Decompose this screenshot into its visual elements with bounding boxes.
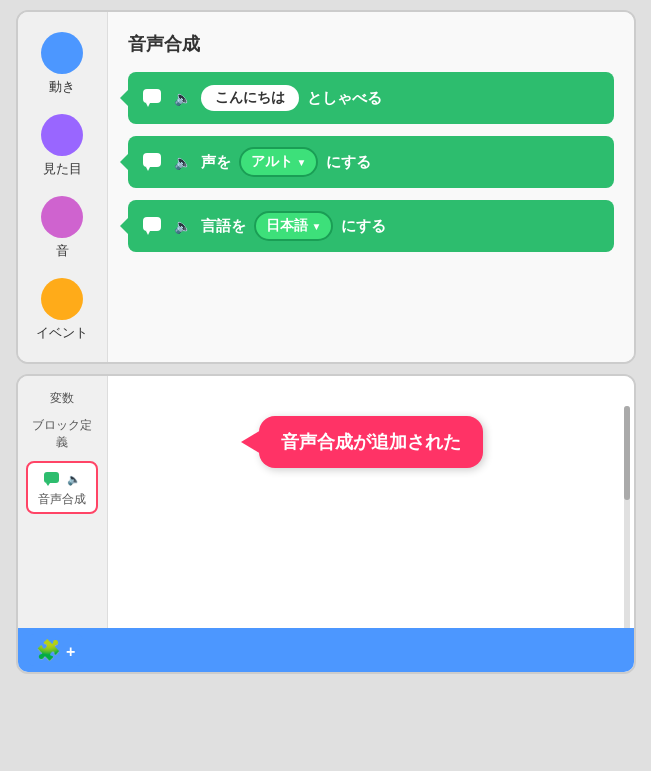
block-icon-voice xyxy=(142,152,164,172)
block-text-say: こんにちは としゃべる xyxy=(201,85,382,111)
svg-rect-0 xyxy=(143,89,161,103)
svg-rect-6 xyxy=(44,472,59,483)
block-pill-say[interactable]: こんにちは xyxy=(201,85,299,111)
block-say[interactable]: 🔈 こんにちは としゃべる xyxy=(128,72,614,124)
sidebar-item-events[interactable]: イベント xyxy=(36,278,88,342)
top-main-area: 音声合成 🔈 こんにちは としゃべる xyxy=(108,12,634,362)
sidebar-item-looks[interactable]: 見た目 xyxy=(41,114,83,178)
block-label-voice-pre: 声を xyxy=(201,153,231,172)
block-icon-language xyxy=(142,216,164,236)
sidebar-label-motion: 動き xyxy=(49,78,75,96)
speaker-icon-1: 🔈 xyxy=(174,90,191,106)
block-text-language: 言語を 日本語 ▼ にする xyxy=(201,211,387,241)
motion-circle xyxy=(41,32,83,74)
bottom-footer: 🧩 + xyxy=(18,628,634,672)
add-icon: 🧩 xyxy=(36,639,61,661)
block-label-say: としゃべる xyxy=(307,89,382,108)
block-label-voice-post: にする xyxy=(326,153,371,172)
callout-text: 音声合成が追加された xyxy=(281,432,461,452)
tts-block-icon xyxy=(43,471,63,487)
block-voice[interactable]: 🔈 声を アルト ▼ にする xyxy=(128,136,614,188)
top-sidebar: 動き 見た目 音 イベント xyxy=(18,12,108,362)
blocks-container: 🔈 こんにちは としゃべる 🔈 声を アルト xyxy=(128,72,614,252)
bottom-sidebar-label-blocks[interactable]: ブロック定 義 xyxy=(32,417,92,451)
sidebar-item-sound[interactable]: 音 xyxy=(41,196,83,260)
svg-rect-4 xyxy=(143,217,161,231)
svg-marker-3 xyxy=(146,167,150,171)
add-extension-button[interactable]: 🧩 + xyxy=(28,634,84,666)
speaker-mini-icon: 🔈 xyxy=(67,473,81,486)
block-text-voice: 声を アルト ▼ にする xyxy=(201,147,372,177)
sidebar-label-looks: 見た目 xyxy=(43,160,82,178)
svg-marker-7 xyxy=(46,483,50,486)
scrollbar-track[interactable] xyxy=(624,406,630,643)
bottom-sidebar-label-tts: 音声合成 xyxy=(38,491,86,508)
svg-marker-5 xyxy=(146,231,150,235)
block-label-language-pre: 言語を xyxy=(201,217,246,236)
speaker-icon-3: 🔈 xyxy=(174,218,191,234)
sidebar-label-sound: 音 xyxy=(56,242,69,260)
svg-marker-1 xyxy=(146,103,150,107)
speaker-icon-2: 🔈 xyxy=(174,154,191,170)
block-dropdown-voice[interactable]: アルト ▼ xyxy=(239,147,319,177)
sound-circle xyxy=(41,196,83,238)
looks-circle xyxy=(41,114,83,156)
dropdown-value-voice: アルト xyxy=(251,153,293,171)
bottom-sidebar-label-variables[interactable]: 変数 xyxy=(50,390,74,407)
dropdown-value-language: 日本語 xyxy=(266,217,308,235)
section-title: 音声合成 xyxy=(128,32,614,56)
block-dropdown-language[interactable]: 日本語 ▼ xyxy=(254,211,334,241)
scrollbar-thumb[interactable] xyxy=(624,406,630,501)
block-language[interactable]: 🔈 言語を 日本語 ▼ にする xyxy=(128,200,614,252)
top-panel: 動き 見た目 音 イベント 音声合成 xyxy=(16,10,636,364)
block-label-language-post: にする xyxy=(341,217,386,236)
svg-rect-2 xyxy=(143,153,161,167)
bottom-sidebar-selected-item[interactable]: 🔈 音声合成 xyxy=(26,461,98,514)
callout-bubble: 音声合成が追加された xyxy=(259,416,483,468)
bottom-panel: 変数 ブロック定 義 🔈 音声合成 音声合成が追加された 🧩 + xyxy=(16,374,636,674)
sidebar-label-events: イベント xyxy=(36,324,88,342)
block-icon-say xyxy=(142,88,164,108)
events-circle xyxy=(41,278,83,320)
plus-label: + xyxy=(66,643,75,660)
dropdown-arrow-voice: ▼ xyxy=(297,157,307,168)
sidebar-item-motion[interactable]: 動き xyxy=(41,32,83,96)
dropdown-arrow-language: ▼ xyxy=(312,221,322,232)
